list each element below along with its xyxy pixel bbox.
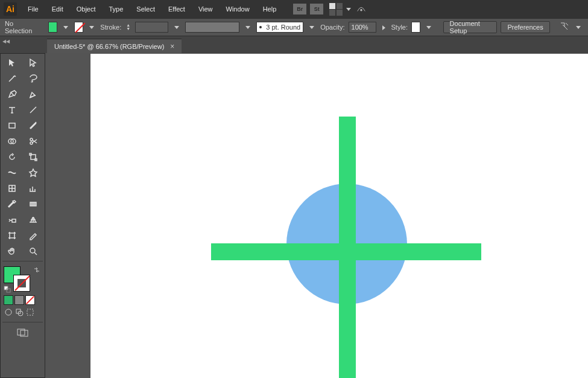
tools-panel bbox=[0, 53, 45, 378]
menu-bar: Ai File Edit Object Type Select Effect V… bbox=[0, 0, 588, 18]
selection-tool[interactable] bbox=[2, 56, 22, 70]
menu-view[interactable]: View bbox=[192, 2, 219, 16]
artwork-vertical-bar[interactable] bbox=[339, 117, 356, 378]
screen-mode-button[interactable] bbox=[2, 325, 43, 341]
svg-rect-11 bbox=[12, 219, 16, 222]
gradient-tool[interactable] bbox=[24, 197, 43, 211]
menu-file[interactable]: File bbox=[22, 2, 45, 16]
selection-status: No Selection bbox=[5, 20, 36, 34]
stroke-swatch[interactable] bbox=[74, 22, 83, 33]
opacity-field[interactable]: 100% bbox=[349, 22, 376, 33]
rectangle-tool[interactable] bbox=[2, 118, 22, 133]
color-mode-none[interactable] bbox=[25, 295, 35, 305]
shape-builder-tool[interactable] bbox=[2, 134, 22, 149]
document-setup-button[interactable]: Document Setup bbox=[443, 21, 498, 33]
default-fill-stroke-icon[interactable] bbox=[4, 286, 11, 294]
document-tab[interactable]: Untitled-5* @ 66.67% (RGB/Preview) × bbox=[47, 39, 182, 53]
hand-tool[interactable] bbox=[2, 244, 22, 258]
menu-object[interactable]: Object bbox=[71, 2, 102, 16]
scissors-tool[interactable] bbox=[24, 134, 43, 149]
menu-select[interactable]: Select bbox=[130, 2, 161, 16]
document-tab-title: Untitled-5* @ 66.67% (RGB/Preview) bbox=[54, 43, 164, 50]
align-pin-icon[interactable] bbox=[559, 21, 570, 33]
fill-swatch[interactable] bbox=[48, 22, 57, 33]
bridge-icon[interactable]: Br bbox=[293, 4, 306, 14]
color-mode-gradient[interactable] bbox=[14, 295, 24, 305]
free-transform-tool[interactable] bbox=[24, 150, 43, 164]
variable-width-profile[interactable] bbox=[185, 22, 239, 33]
opacity-label: Opacity: bbox=[320, 24, 344, 31]
paintbrush-tool[interactable] bbox=[24, 118, 43, 133]
draw-normal-icon[interactable] bbox=[4, 308, 13, 318]
arrange-documents[interactable] bbox=[329, 3, 351, 16]
color-mode-row bbox=[2, 294, 43, 306]
svg-point-5 bbox=[30, 142, 33, 144]
swap-fill-stroke-icon[interactable] bbox=[33, 266, 40, 275]
app-logo-text: Ai bbox=[6, 4, 14, 14]
slice-tool[interactable] bbox=[24, 228, 43, 243]
style-label: Style: bbox=[391, 24, 408, 31]
puppet-warp-tool[interactable] bbox=[24, 165, 43, 180]
stroke-weight-field[interactable] bbox=[135, 22, 168, 33]
fill-stroke-indicator[interactable] bbox=[4, 266, 42, 292]
gpu-preview-icon[interactable] bbox=[356, 4, 367, 14]
canvas[interactable] bbox=[45, 53, 588, 378]
menu-type[interactable]: Type bbox=[103, 2, 130, 16]
lasso-tool[interactable] bbox=[24, 71, 43, 86]
menu-window[interactable]: Window bbox=[220, 2, 256, 16]
stroke-weight-stepper[interactable]: ▲▼ bbox=[125, 24, 131, 31]
panel-collapse-handle[interactable]: ◀◀ bbox=[2, 39, 10, 45]
artboard-tool[interactable] bbox=[2, 228, 22, 243]
fill-dropdown[interactable] bbox=[61, 24, 71, 30]
line-tool[interactable] bbox=[24, 103, 43, 117]
stroke-weight-dropdown[interactable] bbox=[172, 24, 182, 30]
opacity-dropdown[interactable] bbox=[380, 24, 388, 30]
control-bar: No Selection Stroke: ▲▼ 3 pt. Round Opac… bbox=[0, 18, 588, 36]
brush-name: 3 pt. Round bbox=[266, 24, 300, 31]
stroke-dropdown[interactable] bbox=[87, 24, 96, 30]
pen-tool[interactable] bbox=[2, 87, 22, 101]
svg-point-0 bbox=[361, 9, 362, 11]
direct-selection-tool[interactable] bbox=[24, 56, 43, 70]
chevron-down-icon bbox=[346, 8, 351, 11]
work-area bbox=[0, 53, 588, 378]
eyedropper-tool[interactable] bbox=[2, 197, 22, 211]
magic-wand-tool[interactable] bbox=[2, 71, 22, 86]
curvature-tool[interactable] bbox=[24, 87, 43, 101]
align-dropdown[interactable] bbox=[574, 24, 583, 30]
rotate-tool[interactable] bbox=[2, 150, 22, 164]
brush-dropdown[interactable] bbox=[307, 24, 317, 30]
tab-close-button[interactable]: × bbox=[170, 42, 174, 51]
vwp-dropdown[interactable] bbox=[243, 24, 253, 30]
menu-edit[interactable]: Edit bbox=[46, 2, 69, 16]
stroke-label: Stroke: bbox=[100, 24, 121, 31]
style-dropdown[interactable] bbox=[424, 24, 434, 30]
menu-effect[interactable]: Effect bbox=[162, 2, 191, 16]
draw-mode-row bbox=[2, 306, 43, 319]
symbol-sprayer-tool[interactable] bbox=[2, 213, 22, 227]
svg-point-4 bbox=[30, 138, 33, 141]
brush-definition[interactable]: 3 pt. Round bbox=[256, 22, 303, 33]
column-graph-tool[interactable] bbox=[24, 181, 43, 196]
preferences-button[interactable]: Preferences bbox=[501, 21, 549, 33]
svg-point-16 bbox=[5, 309, 11, 315]
zoom-tool[interactable] bbox=[24, 244, 43, 258]
type-tool[interactable] bbox=[2, 103, 22, 117]
svg-rect-14 bbox=[4, 286, 8, 290]
perspective-grid-tool[interactable] bbox=[24, 213, 43, 227]
stock-icon[interactable]: St bbox=[310, 4, 323, 14]
tools-grid bbox=[2, 56, 43, 258]
draw-behind-icon[interactable] bbox=[15, 308, 24, 318]
stroke-color-box[interactable] bbox=[13, 275, 30, 292]
document-tab-bar: Untitled-5* @ 66.67% (RGB/Preview) × bbox=[0, 36, 588, 53]
graphic-style-swatch[interactable] bbox=[411, 22, 420, 33]
artboard[interactable] bbox=[90, 53, 588, 378]
svg-rect-12 bbox=[10, 233, 14, 238]
svg-rect-19 bbox=[27, 309, 33, 315]
width-tool[interactable] bbox=[2, 165, 22, 180]
mesh-tool[interactable] bbox=[2, 181, 22, 196]
color-mode-solid[interactable] bbox=[4, 295, 13, 305]
menu-help[interactable]: Help bbox=[257, 2, 283, 16]
draw-inside-icon[interactable] bbox=[26, 308, 34, 318]
svg-rect-1 bbox=[9, 123, 15, 128]
